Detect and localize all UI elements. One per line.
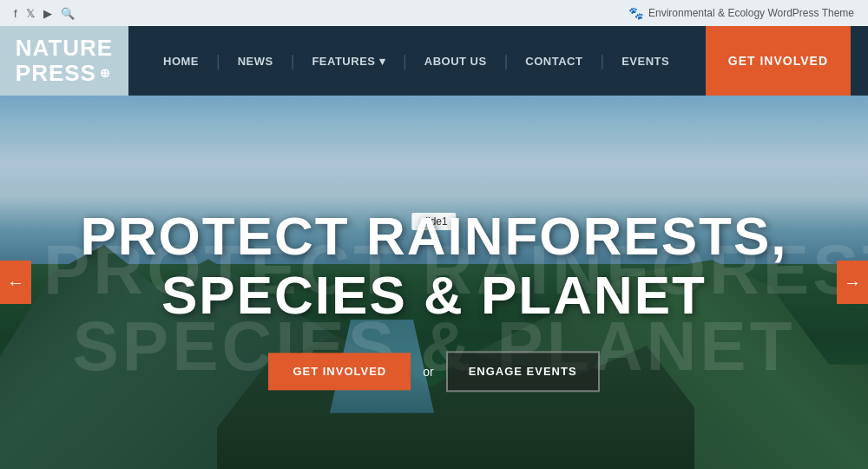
next-slide-button[interactable]: → (837, 261, 868, 304)
logo-block[interactable]: NATURE PRESS ⊕ (0, 26, 128, 96)
header: NATURE PRESS ⊕ HOME | NEWS | FEATURES ▾ … (0, 26, 868, 96)
search-icon[interactable]: 🔍 (61, 7, 75, 20)
hero-title: PROTECT RAINFORESTS, SPECIES & PLANET (43, 207, 825, 325)
youtube-icon[interactable]: ▶ (43, 7, 52, 20)
nav-home[interactable]: HOME (146, 55, 216, 68)
hero-section: PROTECT RAINFORESTS,SPECIES & PLANET sli… (0, 96, 868, 469)
main-nav: HOME | NEWS | FEATURES ▾ | ABOUT US | CO… (128, 26, 868, 96)
hero-content: PROTECT RAINFORESTS, SPECIES & PLANET GE… (43, 207, 825, 392)
hero-buttons: GET INVOLVED or ENGAGE EVENTS (43, 352, 825, 393)
hero-engage-events-button[interactable]: ENGAGE EVENTS (446, 352, 600, 393)
hero-get-involved-button[interactable]: GET INVOLVED (268, 353, 411, 391)
logo-text: NATURE PRESS ⊕ (16, 36, 113, 85)
nav-features[interactable]: FEATURES ▾ (294, 55, 403, 68)
facebook-icon[interactable]: f (14, 7, 17, 20)
nav-news[interactable]: NEWS (220, 55, 291, 68)
hero-or-text: or (423, 365, 433, 379)
prev-slide-button[interactable]: ← (0, 261, 31, 304)
social-icons: f 𝕏 ▶ 🔍 (14, 7, 75, 20)
top-bar: f 𝕏 ▶ 🔍 🐾 Environmental & Ecology WordPr… (0, 0, 868, 26)
paw-icon: 🐾 (628, 6, 643, 20)
theme-label: 🐾 Environmental & Ecology WordPress Them… (628, 6, 854, 20)
header-cta-button[interactable]: GET INVOLVED (706, 26, 851, 96)
nav-contact[interactable]: CONTACT (508, 55, 600, 68)
compass-icon: ⊕ (100, 67, 111, 80)
nav-events[interactable]: EVENTS (604, 55, 687, 68)
nav-about[interactable]: ABOUT US (407, 55, 504, 68)
twitter-icon[interactable]: 𝕏 (26, 7, 35, 20)
